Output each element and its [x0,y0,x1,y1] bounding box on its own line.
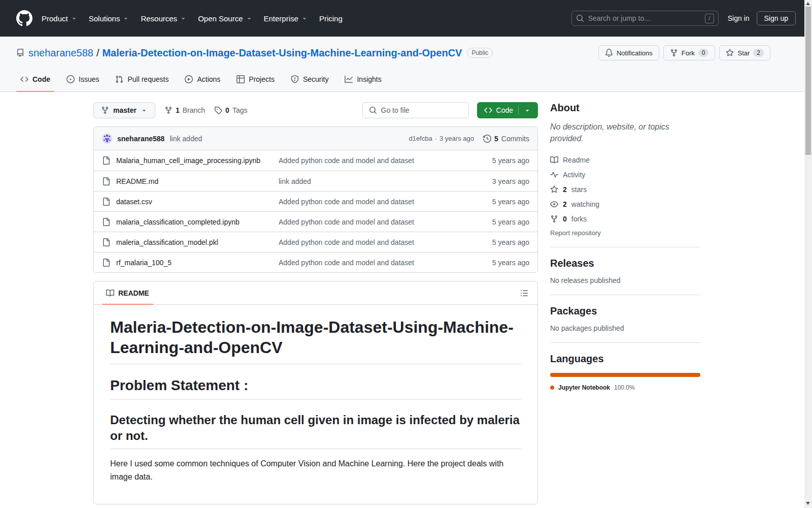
activity-link[interactable]: Activity [550,167,700,182]
book-icon [550,156,558,164]
row-commit-message[interactable]: link added [279,177,311,185]
tab-label: Security [303,75,329,83]
language-dot-icon [550,386,554,390]
row-commit-message[interactable]: Added python code and model and dataset [279,259,414,267]
file-link[interactable]: maleria_classification_model.pkl [116,238,218,246]
commit-sha-link[interactable]: d1efcba [409,135,432,142]
tab-security[interactable]: Security [283,67,337,91]
tab-pull-requests[interactable]: Pull requests [107,67,177,91]
go-to-file-input[interactable] [381,106,462,114]
notifications-button[interactable]: Notifications [598,45,659,60]
page-scrollbar[interactable] [804,0,812,508]
code-button[interactable]: Code [477,102,538,118]
readme-heading-detecting: Detecting whether the human cell given i… [110,412,521,449]
sign-in-link[interactable]: Sign in [728,14,750,22]
owner-link[interactable]: sneharane588 [28,47,93,59]
repo-name-link[interactable]: Maleria-Detection-on-Image-Dataset-Using… [102,47,462,59]
branches-link[interactable]: 1 Branch [164,106,205,114]
outline-button[interactable] [515,286,533,300]
nav-open-source[interactable]: Open Source [198,14,252,23]
slash-shortcut-key: / [705,14,714,23]
row-commit-time: 3 years ago [473,177,529,185]
notifications-label: Notifications [617,49,653,57]
language-item[interactable]: Jupyter Notebook 100.0% [550,384,700,391]
table-row[interactable]: rf_malaria_100_5 Added python code and m… [94,252,537,272]
tab-actions[interactable]: Actions [177,67,228,91]
watching-link[interactable]: 2 watching [550,197,700,211]
button-divider [518,106,519,115]
branch-count: 1 [176,106,180,114]
nav-product[interactable]: Product [42,14,78,23]
branch-icon [101,106,109,114]
stars-count: 2 [563,185,567,194]
issue-icon [66,75,75,83]
branch-meta: 1 Branch 0 Tags [164,106,248,114]
table-row[interactable]: Malaria_human_cell_image_processing.ipyn… [94,150,537,171]
tags-word: Tags [232,106,248,114]
repo-icon [16,49,24,57]
fork-icon [670,49,678,57]
file-toolbar: master 1 Branch 0 Tags [93,102,538,118]
forks-link[interactable]: 0 forks [550,211,700,226]
language-name: Jupyter Notebook [558,384,610,391]
file-link[interactable]: dataset.csv [116,198,152,206]
chevron-down-icon [141,107,148,114]
row-commit-message[interactable]: Added python code and model and dataset [279,156,414,165]
fork-label: Fork [682,49,695,57]
tab-projects[interactable]: Projects [228,67,283,91]
packages-empty-text: No packages published [550,324,700,332]
file-link[interactable]: README.md [116,177,158,185]
readme-tab-label: README [118,289,149,297]
eye-icon [550,200,558,208]
scrollbar-down-arrow[interactable] [806,502,810,505]
tab-insights[interactable]: Insights [336,67,389,91]
commit-message-link[interactable]: link added [170,135,202,143]
file-link[interactable]: Malaria_human_cell_image_processing.ipyn… [116,156,260,165]
tags-link[interactable]: 0 Tags [214,106,247,114]
commit-time: 3 years ago [439,135,474,142]
search-input[interactable] [588,14,701,22]
nav-pricing[interactable]: Pricing [319,14,343,23]
forks-count: 0 [563,215,567,223]
nav-enterprise[interactable]: Enterprise [264,14,308,23]
global-search[interactable]: / [571,11,719,26]
nav-resources[interactable]: Resources [141,14,187,23]
readme-section: README Maleria-Detection-on-Image-Datase… [93,281,538,504]
report-repository-link[interactable]: Report repository [550,229,601,237]
readme-title: Maleria-Detection-on-Image-Dataset-Using… [110,317,521,364]
stars-link[interactable]: 2 stars [550,182,700,197]
readme-heading-problem-statement: Problem Statement : [110,376,521,400]
nav-solutions[interactable]: Solutions [89,14,130,23]
row-commit-message[interactable]: Added python code and model and dataset [279,218,414,226]
tab-label: Actions [197,75,220,83]
history-icon [483,135,491,143]
visibility-badge: Public [467,48,493,58]
scrollbar-up-arrow[interactable] [806,2,810,5]
readme-paragraph: Here I used some common techniques of Co… [110,457,521,483]
tab-issues[interactable]: Issues [58,67,107,91]
table-row[interactable]: dataset.csv Added python code and model … [94,191,537,211]
fork-button[interactable]: Fork 0 [663,45,716,60]
sign-up-button[interactable]: Sign up [757,11,796,25]
star-button[interactable]: Star 2 [719,45,770,60]
file-icon [102,198,110,206]
search-icon [369,106,377,114]
github-logo[interactable] [16,10,32,26]
table-row[interactable]: README.md link added 3 years ago [94,171,537,191]
branch-selector[interactable]: master [93,102,155,118]
table-row[interactable]: maleria_classification_model.pkl Added p… [94,232,537,252]
commit-history-link[interactable]: 5 Commits [483,135,529,143]
avatar[interactable] [102,134,112,144]
go-to-file-box[interactable] [362,102,469,118]
scrollbar-thumb[interactable] [805,7,811,155]
table-row[interactable]: malaria_classification_completed.ipynb A… [94,211,537,232]
file-link[interactable]: malaria_classification_completed.ipynb [116,218,240,226]
releases-empty-text: No releases published [550,276,700,284]
commit-author-link[interactable]: sneharane588 [117,135,164,143]
tab-code[interactable]: Code [12,67,58,91]
readme-tab[interactable]: README [98,281,157,304]
row-commit-message[interactable]: Added python code and model and dataset [279,238,414,246]
file-link[interactable]: rf_malaria_100_5 [116,259,172,267]
readme-link[interactable]: Readme [550,152,700,167]
row-commit-message[interactable]: Added python code and model and dataset [279,198,414,206]
